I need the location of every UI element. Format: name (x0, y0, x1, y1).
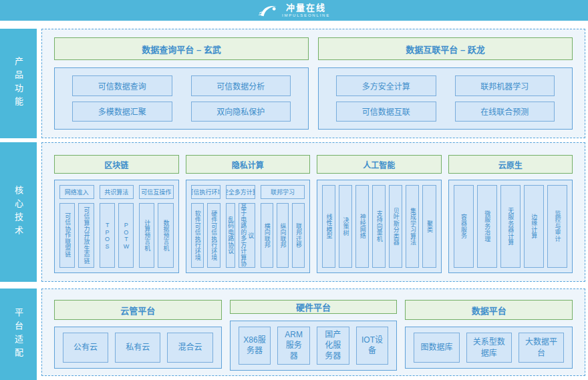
tech-group-label: 安全多方计算 (226, 185, 255, 199)
tech-pill-text: 聚类 (426, 220, 433, 233)
tech-group-pills: 横向联邦纵向联邦联邦迁移 (261, 203, 305, 268)
tech-items-box: 网络准入可信协作联盟链可信算力开放生态链共识算法TPOSPOTW可信互操作计算预… (54, 180, 179, 273)
side-label-product-functions: 产品功能 (0, 29, 37, 138)
tech-pill: TPOS (100, 203, 115, 268)
tech-pill-text: 线性模型 (325, 214, 333, 239)
platform-item: 可信数据查询 (72, 75, 172, 96)
tech-pill-text: 基于电路的多方计算协议 (239, 204, 254, 267)
tech-pill: 监控与审计 (547, 185, 567, 268)
tech-pill: 贝叶斯分类器 (389, 185, 402, 268)
product-row: 产品功能 数据查询平台 – 玄武可信数据查询可信数据分析多模数据汇聚双向隐私保护… (0, 29, 585, 138)
tech-pill-text: 监控与审计 (553, 210, 561, 242)
tech-pill-text: 支持向量机 (376, 210, 383, 242)
tech-column: 人工智能线性模型决策树神经网络支持向量机贝叶斯分类器集成学习算法聚类 (317, 155, 442, 273)
platform-title: 数据平台 (405, 300, 573, 320)
tech-group: 可信互操作计算预言机数据预言机 (139, 185, 174, 268)
platform-item: 私有云 (115, 333, 160, 363)
brand-text: 冲量在线 IMPULSEONLINE (282, 3, 330, 17)
tech-pill-text: 硬件可信执行环境 (210, 210, 217, 261)
tech-group-label: 联邦学习 (261, 185, 305, 199)
side-label-text: 产品功能 (12, 57, 25, 110)
platform-title: 云管平台 (54, 300, 222, 320)
tech-group: 安全多方计算乱码电路协议基于电路的多方计算协议 (226, 185, 255, 268)
tech-column: 隐私计算可信执行环境软件可信执行环境硬件可信执行环境安全多方计算乱码电路协议基于… (186, 155, 311, 273)
platform-section: 云管平台公有云私有云混合云硬件平台X86服务器ARM服务器国产化服务器IOT设备… (41, 289, 585, 376)
product-section: 数据查询平台 – 玄武可信数据查询可信数据分析多模数据汇聚双向隐私保护数据互联平… (41, 29, 585, 138)
platform-item: 多方安全计算 (336, 75, 436, 96)
platform-column: 数据平台图数据库关系型数据库大数据平台 (405, 300, 573, 369)
tech-pill-text: 横向联邦 (263, 223, 271, 248)
tech-pill: 无服务器计算 (500, 185, 521, 268)
tech-group-label: 网络准入 (59, 185, 94, 199)
tech-pill: 基于电路的多方计算协议 (239, 203, 255, 268)
tech-title: 隐私计算 (186, 155, 311, 174)
tech-title: 云原生 (448, 155, 573, 174)
platform-item: 可信数据分析 (191, 75, 291, 96)
tech-group-pills: 容器服务微服务治理无服务器计算边缘计算监控与审计 (454, 185, 568, 268)
tech-pill-text: 数据预言机 (162, 220, 169, 252)
tech-group-label: 可信执行环境 (191, 185, 220, 199)
tech-pill: 计算预言机 (139, 203, 154, 268)
platform-title: 硬件平台 (230, 300, 398, 314)
tech-column: 云原生容器服务微服务治理无服务器计算边缘计算监控与审计 (448, 155, 573, 273)
platform-column: 数据查询平台 – 玄武可信数据查询可信数据分析多模数据汇聚双向隐私保护 (54, 37, 309, 130)
platform-item: 公有云 (63, 333, 108, 363)
tech-pill: 决策树 (339, 185, 352, 268)
core-tech-section: 区块链网络准入可信协作联盟链可信算力开放生态链共识算法TPOSPOTW可信互操作… (41, 142, 585, 282)
platform-item: 混合云 (167, 333, 212, 363)
tech-pill-text: 联邦迁移 (295, 223, 302, 248)
tech-pill: 乱码电路协议 (226, 203, 235, 268)
platform-item: 可信数据互联 (336, 102, 436, 122)
platform-items-box: 公有云私有云混合云 (54, 327, 222, 369)
core-tech-row: 核心技术 区块链网络准入可信协作联盟链可信算力开放生态链共识算法TPOSPOTW… (0, 142, 585, 282)
brand-logo: 冲量在线 IMPULSEONLINE (258, 3, 330, 18)
tech-group: 容器服务微服务治理无服务器计算边缘计算监控与审计 (454, 185, 568, 268)
brand-name: 冲量在线 (286, 3, 326, 12)
platform-item: X86服务器 (239, 327, 271, 365)
tech-group: 联邦学习横向联邦纵向联邦联邦迁移 (261, 185, 305, 268)
tech-pill-text: 可信协作联盟链 (63, 213, 71, 258)
tech-pill-text: TPOS (104, 222, 111, 250)
tech-pill: 聚类 (422, 185, 436, 268)
top-banner: 冲量在线 IMPULSEONLINE (0, 0, 588, 21)
tech-pill-text: 可信算力开放生态链 (82, 207, 90, 264)
tech-items-box: 可信执行环境软件可信执行环境硬件可信执行环境安全多方计算乱码电路协议基于电路的多… (186, 180, 311, 273)
tech-group-pills: 可信协作联盟链可信算力开放生态链 (59, 203, 94, 268)
tech-group: 可信执行环境软件可信执行环境硬件可信执行环境 (191, 185, 220, 268)
tech-group: 网络准入可信协作联盟链可信算力开放生态链 (59, 185, 94, 268)
platform-item: 国产化服务器 (317, 327, 349, 365)
platform-title: 数据查询平台 – 玄武 (54, 37, 309, 60)
tech-pill-text: 纵向联邦 (279, 223, 286, 248)
platform-item: 大数据平台 (519, 333, 564, 363)
platform-column: 硬件平台X86服务器ARM服务器国产化服务器IOT设备 (230, 300, 398, 369)
platform-item: 关系型数据库 (466, 333, 512, 363)
platform-item: 多模数据汇聚 (72, 102, 172, 122)
side-label-text: 核心技术 (12, 186, 25, 239)
side-label-text: 平台适配 (12, 308, 25, 361)
tech-title: 人工智能 (317, 155, 442, 174)
platform-item: 在线联合预测 (455, 102, 555, 122)
side-label-core-technologies: 核心技术 (0, 142, 37, 282)
tech-pill-text: 容器服务 (460, 214, 467, 239)
platform-items-box: 多方安全计算联邦机器学习可信数据互联在线联合预测 (318, 67, 573, 130)
tech-group-pills: 乱码电路协议基于电路的多方计算协议 (226, 203, 255, 268)
platform-title: 数据互联平台 – 跃龙 (318, 37, 573, 60)
tech-pill-text: 软件可信执行环境 (194, 210, 201, 261)
platform-items-box: 图数据库关系型数据库大数据平台 (405, 327, 573, 369)
platform-item: 双向隐私保护 (191, 102, 291, 122)
tech-pill: 边缘计算 (524, 185, 544, 268)
platform-item: IOT设备 (356, 327, 389, 365)
tech-group: 线性模型决策树神经网络支持向量机贝叶斯分类器集成学习算法聚类 (322, 185, 436, 268)
tech-group-pills: 计算预言机数据预言机 (139, 203, 174, 268)
tech-pill: 支持向量机 (372, 185, 386, 268)
tech-pill-text: 集成学习算法 (409, 208, 416, 246)
tech-pill-text: 边缘计算 (530, 214, 537, 239)
tech-pill: 神经网络 (355, 185, 369, 268)
tech-pill: 可信协作联盟链 (59, 203, 75, 268)
platform-item: ARM服务器 (277, 327, 310, 365)
tech-pill: 可信算力开放生态链 (78, 203, 94, 268)
tech-pill-text: 神经网络 (359, 214, 366, 239)
tech-group-pills: 软件可信执行环境硬件可信执行环境 (191, 203, 220, 268)
tech-pill: 横向联邦 (261, 203, 273, 268)
platform-column: 云管平台公有云私有云混合云 (54, 300, 222, 369)
